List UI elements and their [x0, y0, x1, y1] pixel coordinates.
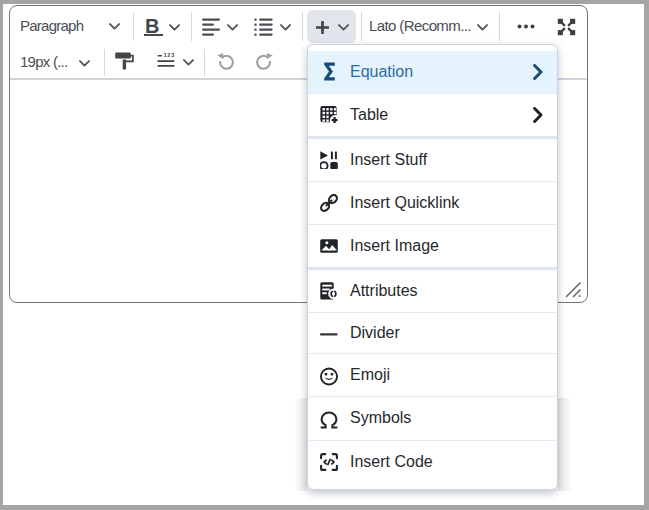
svg-text:123: 123 — [163, 53, 175, 58]
